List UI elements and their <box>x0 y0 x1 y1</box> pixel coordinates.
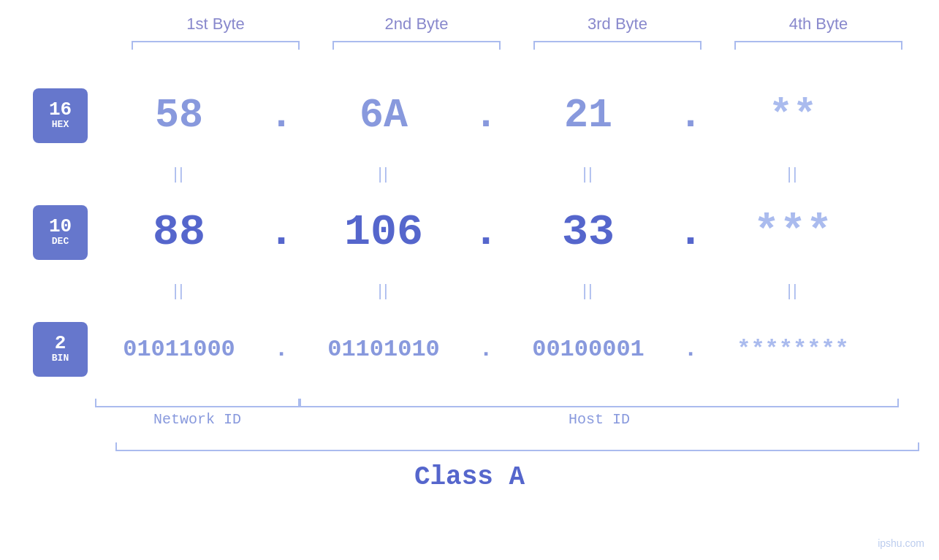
main-container: 1st Byte 2nd Byte 3rd Byte 4th Byte 16 H… <box>0 0 939 560</box>
bin-row: 01011000 . 01101010 . 00100001 . *******… <box>95 305 899 393</box>
byte-headers: 1st Byte 2nd Byte 3rd Byte 4th Byte <box>115 15 919 34</box>
eq-1: || <box>95 164 263 183</box>
byte-header-2: 2nd Byte <box>332 15 501 34</box>
network-bracket <box>95 399 300 407</box>
dec-label-wrapper: 10 DEC <box>33 188 95 276</box>
byte-header-4: 4th Byte <box>734 15 902 34</box>
eq-3: || <box>504 164 672 183</box>
hex-val-3: 21 <box>504 93 672 139</box>
top-bracket-3 <box>533 41 702 50</box>
byte-header-3: 3rd Byte <box>533 15 702 34</box>
dec-val-4: *** <box>709 207 877 257</box>
big-bottom-bracket <box>115 442 919 451</box>
hex-dot-1: . <box>263 93 300 139</box>
bin-val-2: 01101010 <box>300 336 468 363</box>
dec-dot-2: . <box>468 207 504 257</box>
hex-label-wrapper: 16 HEX <box>33 72 95 159</box>
hex-row: 58 . 6A . 21 . ** <box>95 72 899 159</box>
top-bracket-4 <box>734 41 902 50</box>
eq-2: || <box>300 164 468 183</box>
eq2-1: || <box>95 281 263 300</box>
hex-val-4: ** <box>709 93 877 139</box>
values-grid: 58 . 6A . 21 . ** || || <box>95 72 899 428</box>
top-bracket-2 <box>332 41 501 50</box>
hex-dot-3: . <box>672 93 709 139</box>
byte-header-1: 1st Byte <box>132 15 300 34</box>
bin-dot-3: . <box>672 336 709 363</box>
bin-dot-1: . <box>263 336 300 363</box>
eq2-4: || <box>709 281 877 300</box>
hex-base-label: 16 HEX <box>33 88 88 143</box>
eq2-3: || <box>504 281 672 300</box>
hex-val-1: 58 <box>95 93 263 139</box>
bottom-labels-row: Network ID Host ID <box>95 411 899 428</box>
bin-base-label: 2 BIN <box>33 322 88 377</box>
watermark: ipshu.com <box>878 537 924 549</box>
bin-val-4: ******** <box>709 336 877 363</box>
hex-dot-2: . <box>468 93 504 139</box>
equals-row-2: || || || || <box>95 276 899 305</box>
bottom-sub-brackets <box>95 399 899 407</box>
host-bracket <box>300 399 899 407</box>
eq2-2: || <box>300 281 468 300</box>
host-id-label: Host ID <box>300 411 899 428</box>
top-bracket-1 <box>132 41 300 50</box>
bin-val-3: 00100001 <box>504 336 672 363</box>
top-bracket-row <box>115 41 919 50</box>
eq-4: || <box>709 164 877 183</box>
hex-val-2: 6A <box>300 93 468 139</box>
dec-row: 88 . 106 . 33 . *** <box>95 188 899 276</box>
class-label: Class A <box>414 462 525 492</box>
dec-val-2: 106 <box>300 207 468 257</box>
dec-dot-3: . <box>672 207 709 257</box>
dec-base-label: 10 DEC <box>33 205 88 260</box>
bin-label-wrapper: 2 BIN <box>33 305 95 393</box>
base-labels: 16 HEX 10 DEC 2 BIN <box>0 72 95 428</box>
network-id-label: Network ID <box>95 411 300 428</box>
bin-dot-2: . <box>468 336 504 363</box>
dec-dot-1: . <box>263 207 300 257</box>
content-area: 16 HEX 10 DEC 2 BIN <box>0 72 939 428</box>
dec-val-1: 88 <box>95 207 263 257</box>
bin-val-1: 01011000 <box>95 336 263 363</box>
equals-row-1: || || || || <box>95 159 899 188</box>
dec-val-3: 33 <box>504 207 672 257</box>
